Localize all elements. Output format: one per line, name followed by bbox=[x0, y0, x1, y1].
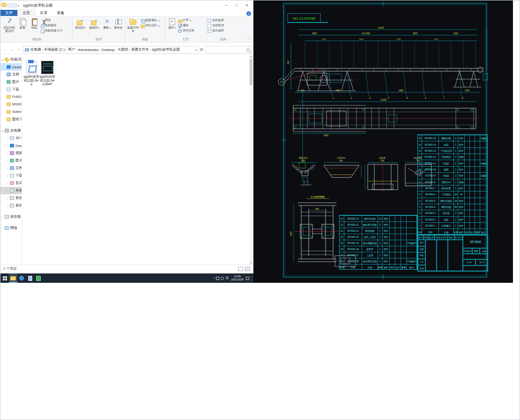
breadcrumb-segment[interactable]: 此电脑 bbox=[30, 47, 41, 52]
show-desktop-button[interactable] bbox=[252, 275, 253, 281]
sidebar-item-documents-pc[interactable]: ›文档 bbox=[0, 164, 22, 172]
breadcrumb-segment[interactable]: 大图纸 bbox=[118, 47, 128, 52]
breadcrumb-segment[interactable]: 新建文件夹 bbox=[131, 47, 149, 52]
sidebar-this-pc[interactable]: ∨此电脑 bbox=[0, 127, 22, 134]
collapse-ribbon-icon[interactable]: ︿ bbox=[247, 36, 251, 41]
taskbar-document-app-button[interactable] bbox=[26, 273, 34, 283]
properties-button[interactable]: 属性 bbox=[166, 17, 178, 29]
notification-center-icon[interactable] bbox=[246, 277, 249, 280]
sidebar-quick-access[interactable]: ∨快速访问 bbox=[0, 56, 22, 63]
sidebar-item-videos[interactable]: ›视频 bbox=[0, 149, 22, 157]
breadcrumb-segment[interactable]: 本地磁盘 (C:) bbox=[44, 47, 65, 52]
tab-share[interactable]: 共享 bbox=[35, 10, 52, 16]
section-views: 槽形托辊 过渡托辊 导料槽 回程托辊 650 650 750 750 bbox=[291, 156, 431, 192]
sidebar-item-pictures-pc[interactable]: ›图片 bbox=[0, 157, 22, 164]
copy-button[interactable]: 复制 bbox=[17, 17, 28, 29]
select-none-button[interactable]: 全部取消 bbox=[208, 23, 224, 28]
navigation-pane: ∨快速访问 Desktop 文档 图片 下载 FuM10旋转式蒸发器 MS30旋… bbox=[0, 54, 22, 265]
scroll-thumb[interactable] bbox=[250, 59, 253, 85]
tray-volume-icon[interactable] bbox=[221, 277, 224, 280]
help-button[interactable]: ? bbox=[246, 11, 251, 16]
sidebar-item-local-disk-c[interactable]: ›本地磁盘 (C:) bbox=[0, 187, 22, 194]
rename-button[interactable]: 重命名 bbox=[113, 17, 124, 29]
qat-button-2[interactable] bbox=[13, 3, 17, 7]
green-app-icon bbox=[36, 276, 41, 281]
titleblock-cell: 标记 bbox=[418, 235, 423, 240]
sidebar-item-downloads-pc[interactable]: ›下载 bbox=[0, 172, 22, 179]
tab-view[interactable]: 查看 bbox=[52, 10, 69, 16]
tray-expand-icon[interactable]: ^ bbox=[213, 277, 215, 280]
maximize-button[interactable]: □ bbox=[231, 1, 242, 9]
delete-button[interactable]: 删除 bbox=[102, 17, 112, 29]
ribbon-group-open: 属性 打开 编辑 历史记录 打开 bbox=[165, 17, 207, 42]
search-input[interactable] bbox=[205, 46, 252, 53]
up-icon[interactable]: ↑ bbox=[16, 47, 22, 52]
ime-indicator[interactable]: 英 bbox=[225, 276, 229, 280]
edit-button[interactable]: 编辑 bbox=[178, 23, 194, 28]
sidebar-item-3d-objects[interactable]: ›3D 对象 bbox=[0, 134, 22, 142]
new-folder-icon bbox=[129, 18, 137, 25]
taskbar-green-app-button[interactable] bbox=[34, 273, 43, 283]
open-button[interactable]: 打开 bbox=[178, 18, 194, 22]
sidebar-item-documents[interactable]: 文档 bbox=[0, 71, 22, 78]
pin-quick-access-button[interactable]: 固定到快速访问 bbox=[2, 17, 16, 32]
sidebar-item-music[interactable]: ›音乐 bbox=[0, 179, 22, 187]
refresh-icon[interactable]: ⟳ bbox=[200, 47, 203, 52]
new-folder-button[interactable]: 新建文件夹 bbox=[126, 17, 140, 32]
paste-button[interactable]: 粘贴 bbox=[29, 17, 40, 29]
sidebar-item-desktop-pc[interactable]: ›Desktop bbox=[0, 142, 22, 149]
start-button[interactable] bbox=[0, 273, 9, 283]
scroll-down-icon[interactable]: ▼ bbox=[249, 261, 253, 264]
close-button[interactable]: ✕ bbox=[242, 1, 252, 9]
breadcrumb-segment[interactable]: Administrator bbox=[78, 48, 99, 52]
scroll-up-icon[interactable]: ▲ bbox=[249, 55, 253, 58]
sidebar-item-downloads[interactable]: 下载 bbox=[0, 86, 22, 93]
move-to-button[interactable]: 移动到 bbox=[74, 17, 87, 29]
select-all-button[interactable]: 全部选择 bbox=[208, 18, 224, 22]
thumbnail-view-button[interactable] bbox=[245, 267, 250, 271]
taskbar-browser-button[interactable] bbox=[17, 273, 26, 283]
taskbar-clock[interactable]: 14:06 2021/3/26 bbox=[231, 275, 244, 281]
sidebar-item-volume-f[interactable]: ›新加卷 (F:) bbox=[0, 213, 22, 221]
tab-file[interactable]: 文件 bbox=[0, 10, 17, 16]
sidebar-item-folder[interactable]: FuM10旋转式蒸发器 bbox=[0, 93, 22, 101]
sidebar-item-volume-d[interactable]: ›新加卷 (D:) bbox=[0, 194, 22, 202]
address-dropdown-icon[interactable]: ▾ bbox=[195, 48, 196, 52]
breadcrumb-segment[interactable]: Desktop bbox=[102, 48, 115, 52]
history-button[interactable]: 历史记录 bbox=[178, 29, 194, 33]
file-bmp[interactable]: sjg650皮带机总图.dwg.BMP bbox=[39, 61, 55, 86]
sidebar-item-folder[interactable]: Solenoid Valve阀 bbox=[0, 108, 22, 116]
tray-display-icon[interactable] bbox=[216, 277, 219, 280]
minimize-button[interactable]: ─ bbox=[221, 1, 231, 9]
breadcrumb-segment[interactable]: 用户 bbox=[68, 47, 75, 52]
sidebar-item-pictures[interactable]: 图片 bbox=[0, 78, 22, 86]
drawing-code: 0EL21X000BI bbox=[292, 16, 316, 21]
paste-shortcut-button[interactable]: 粘贴快捷方式 bbox=[40, 29, 62, 33]
scrollbar[interactable]: ▲ ▼ bbox=[249, 54, 253, 265]
back-icon[interactable]: ← bbox=[2, 47, 7, 52]
forward-icon[interactable]: → bbox=[9, 47, 15, 52]
tab-home[interactable]: 主页 bbox=[17, 9, 35, 16]
qat-button-1[interactable] bbox=[7, 3, 12, 7]
sidebar-item-network[interactable]: ›网络 bbox=[0, 224, 22, 232]
sidebar-item-volume-e[interactable]: ›新加卷 (E:) bbox=[0, 202, 22, 209]
sidebar-item-desktop[interactable]: Desktop bbox=[0, 63, 22, 71]
easy-access-button[interactable]: 轻松访问 bbox=[141, 23, 159, 28]
cut-button[interactable]: 剪切 bbox=[40, 18, 62, 22]
sidebar-item-folder[interactable]: 图纸下载 bbox=[0, 116, 22, 123]
qat-caret-icon[interactable]: ▾ bbox=[18, 4, 19, 7]
copy-to-button[interactable]: 复制到 bbox=[88, 17, 101, 29]
select-all-icon bbox=[208, 19, 211, 22]
invert-selection-button[interactable]: 反向选择 bbox=[208, 29, 224, 33]
titleblock-cell: 工艺 bbox=[418, 259, 425, 265]
breadcrumb-segment[interactable]: sjg650皮带机总图 bbox=[152, 47, 180, 52]
details-view-button[interactable] bbox=[238, 267, 243, 271]
file-dwg[interactable]: sjg650皮带机总图.dwg bbox=[23, 61, 39, 86]
sidebar-item-folder[interactable]: MS30旋转式蒸发器 bbox=[0, 101, 22, 108]
section-label: 槽形托辊 bbox=[298, 157, 308, 159]
new-item-button[interactable]: 新建项目 bbox=[141, 18, 159, 22]
dim-label: 650 bbox=[315, 208, 319, 210]
breadcrumb[interactable]: 此电脑 本地磁盘 (C:) 用户 Administrator Desktop 大… bbox=[23, 46, 198, 53]
taskbar-explorer-button[interactable] bbox=[9, 273, 17, 283]
copy-path-button[interactable]: 复制路径 bbox=[40, 23, 62, 28]
